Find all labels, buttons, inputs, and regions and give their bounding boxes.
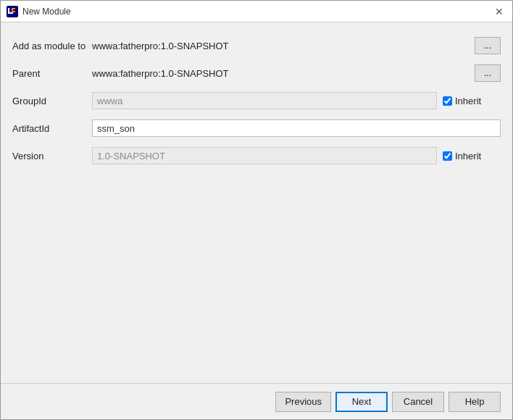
titlebar: New Module ✕ bbox=[1, 1, 512, 22]
version-inherit-label: Inherit bbox=[455, 151, 481, 161]
help-button[interactable]: Help bbox=[449, 392, 501, 412]
group-id-row: GroupId Inherit bbox=[12, 89, 501, 112]
dialog-content: Add as module to wwwa:fatherpro:1.0-SNAP… bbox=[1, 22, 512, 383]
dialog-title: New Module bbox=[22, 7, 488, 17]
cancel-button[interactable]: Cancel bbox=[392, 392, 444, 412]
form-area: Add as module to wwwa:fatherpro:1.0-SNAP… bbox=[12, 34, 501, 172]
artifact-id-row: ArtifactId bbox=[12, 117, 501, 140]
version-input[interactable] bbox=[92, 147, 437, 164]
parent-value: wwwa:fatherpro:1.0-SNAPSHOT bbox=[92, 68, 469, 79]
artifact-id-input[interactable] bbox=[92, 119, 501, 137]
artifact-id-label: ArtifactId bbox=[12, 123, 92, 134]
add-as-module-row: Add as module to wwwa:fatherpro:1.0-SNAP… bbox=[12, 34, 501, 57]
version-row: Version Inherit bbox=[12, 144, 501, 167]
previous-button[interactable]: Previous bbox=[275, 392, 331, 412]
add-as-module-label: Add as module to bbox=[12, 41, 92, 51]
add-as-module-value: wwwa:fatherpro:1.0-SNAPSHOT bbox=[92, 41, 469, 51]
group-id-label: GroupId bbox=[12, 96, 92, 106]
new-module-dialog: New Module ✕ Add as module to wwwa:fathe… bbox=[0, 0, 513, 420]
parent-row: Parent wwwa:fatherpro:1.0-SNAPSHOT ... bbox=[12, 62, 501, 85]
svg-rect-2 bbox=[8, 8, 9, 14]
close-button[interactable]: ✕ bbox=[492, 4, 506, 19]
add-as-module-browse-button[interactable]: ... bbox=[475, 37, 501, 54]
group-id-inherit-checkbox[interactable] bbox=[443, 96, 452, 106]
version-inherit-checkbox[interactable] bbox=[443, 151, 452, 161]
parent-browse-button[interactable]: ... bbox=[475, 64, 501, 82]
next-button[interactable]: Next bbox=[335, 392, 388, 412]
version-label: Version bbox=[12, 151, 92, 161]
group-id-inherit-area: Inherit bbox=[443, 96, 501, 106]
version-inherit-area: Inherit bbox=[443, 151, 501, 161]
parent-label: Parent bbox=[12, 68, 92, 79]
dialog-footer: Previous Next Cancel Help bbox=[1, 383, 512, 419]
app-icon bbox=[7, 6, 18, 17]
group-id-inherit-label: Inherit bbox=[455, 96, 481, 106]
group-id-input[interactable] bbox=[92, 92, 437, 109]
